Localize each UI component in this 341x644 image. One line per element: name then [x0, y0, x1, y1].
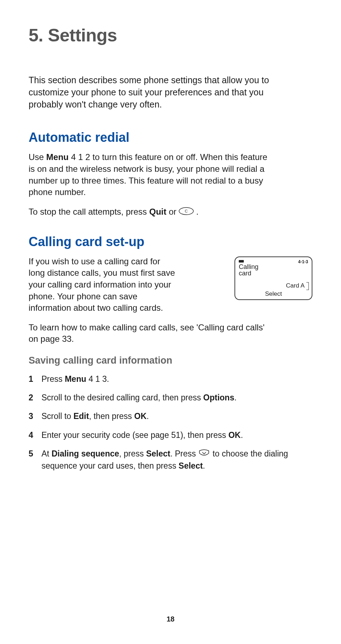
- paragraph: If you wish to use a calling card for lo…: [29, 256, 179, 314]
- screen-bracket-icon: [306, 282, 309, 290]
- list-item: 2 Scroll to the desired calling card, th…: [29, 392, 312, 403]
- list-item: 3 Scroll to Edit, then press OK.: [29, 410, 312, 422]
- text: Enter your security code (see page 51), …: [41, 430, 228, 440]
- select-label: Select: [146, 449, 170, 458]
- quit-label: Quit: [149, 207, 167, 216]
- step-number: 1: [29, 373, 35, 385]
- sub-heading: Saving calling card information: [29, 355, 312, 366]
- text: Press: [41, 374, 65, 384]
- dialing-sequence-label: Dialing sequence: [51, 449, 119, 458]
- section-calling-card: Calling card set-up 4-1-3 Calling card C…: [29, 234, 312, 479]
- text: . Press: [170, 449, 198, 458]
- options-label: Options: [203, 393, 234, 402]
- screen-menu-path: 4-1-3: [298, 259, 308, 264]
- intro-paragraph: This section describes some phone settin…: [29, 74, 272, 110]
- step-text: Scroll to Edit, then press OK.: [41, 410, 149, 422]
- document-page: 5. Settings This section describes some …: [0, 0, 341, 644]
- text: .: [241, 430, 243, 440]
- paragraph: To stop the call attempts, press Quit or…: [29, 206, 272, 218]
- section-automatic-redial: Automatic redial Use Menu 4 1 2 to turn …: [29, 130, 312, 218]
- text: .: [203, 461, 205, 470]
- phone-screen: 4-1-3 Calling card Card A Select: [234, 256, 312, 300]
- ok-label: OK: [134, 411, 147, 421]
- scroll-down-key-icon: [198, 449, 210, 460]
- svg-text:C: C: [185, 209, 188, 213]
- screen-item: Card A: [286, 282, 305, 289]
- step-number: 5: [29, 448, 35, 471]
- edit-label: Edit: [73, 411, 89, 421]
- text: To stop the call attempts, press: [29, 207, 149, 216]
- screen-title: Calling card: [239, 264, 258, 276]
- select-label: Select: [179, 461, 203, 470]
- screen-softkey: Select: [235, 290, 312, 298]
- section-heading: Automatic redial: [29, 130, 312, 145]
- paragraph: To learn how to make calling card calls,…: [29, 322, 272, 345]
- text: card: [239, 270, 251, 277]
- menu-label: Menu: [65, 374, 86, 384]
- battery-icon: [239, 260, 244, 263]
- section-heading: Calling card set-up: [29, 234, 312, 249]
- text: .: [234, 393, 236, 402]
- menu-label: Menu: [46, 152, 69, 162]
- text: Scroll to: [41, 411, 73, 421]
- c-key-icon: C: [179, 206, 194, 218]
- step-number: 2: [29, 392, 35, 403]
- text: or: [167, 207, 179, 216]
- step-number: 3: [29, 410, 35, 422]
- step-number: 4: [29, 429, 35, 441]
- text: , press: [119, 449, 146, 458]
- text: .: [194, 207, 198, 216]
- list-item: 4 Enter your security code (see page 51)…: [29, 429, 312, 441]
- text: 4 1 3.: [86, 374, 109, 384]
- ok-label: OK: [228, 430, 241, 440]
- steps-list: 1 Press Menu 4 1 3. 2 Scroll to the desi…: [29, 373, 312, 471]
- step-text: Scroll to the desired calling card, then…: [41, 392, 237, 403]
- step-text: Enter your security code (see page 51), …: [41, 429, 243, 441]
- list-item: 5 At Dialing sequence, press Select. Pre…: [29, 448, 312, 471]
- page-title: 5. Settings: [29, 25, 312, 46]
- text: .: [147, 411, 149, 421]
- phone-screen-illustration: 4-1-3 Calling card Card A Select: [234, 256, 312, 300]
- paragraph: Use Menu 4 1 2 to turn this feature on o…: [29, 151, 272, 198]
- text: Scroll to the desired calling card, then…: [41, 393, 203, 402]
- list-item: 1 Press Menu 4 1 3.: [29, 373, 312, 385]
- page-number: 18: [0, 615, 341, 623]
- step-text: At Dialing sequence, press Select. Press…: [41, 448, 312, 471]
- text: At: [41, 449, 51, 458]
- text: , then press: [89, 411, 134, 421]
- step-text: Press Menu 4 1 3.: [41, 373, 109, 385]
- text: Calling: [239, 263, 258, 270]
- text: Use: [29, 152, 46, 162]
